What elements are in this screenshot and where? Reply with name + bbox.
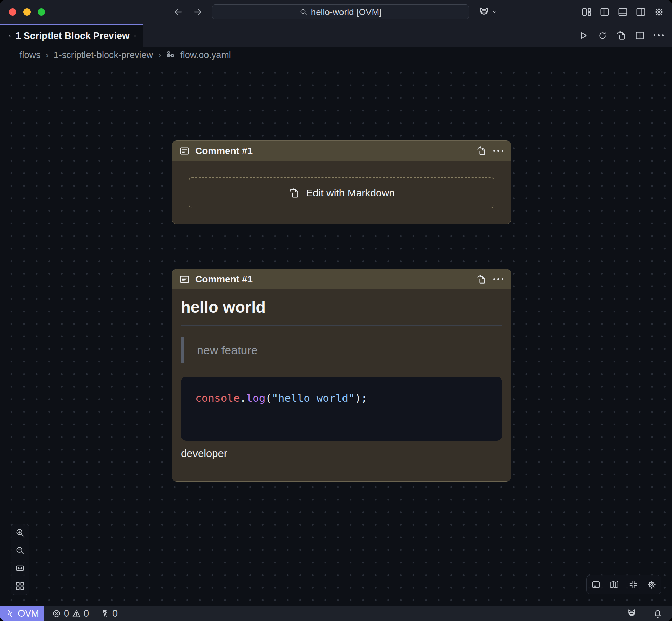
chevron-down-icon xyxy=(492,9,498,15)
settings-gear-icon[interactable] xyxy=(654,6,664,17)
cat-assistant-icon[interactable] xyxy=(626,608,637,619)
code-line: console.log("hello world"); xyxy=(195,392,367,404)
markdown-blockquote: new feature xyxy=(181,337,502,363)
status-bar: OVM 0 0 0 xyxy=(0,606,672,621)
comment-node-rendered[interactable]: Comment #1 hello world new feature conso… xyxy=(172,269,511,482)
tab-strip: 1 Scriptlet Block Preview xyxy=(0,24,672,47)
comment-node-empty[interactable]: Comment #1 Edit with Markdown xyxy=(172,140,511,224)
comment-node-title: Comment #1 xyxy=(195,146,253,156)
navigate-back-icon[interactable] xyxy=(173,6,184,17)
run-flow-icon[interactable] xyxy=(578,30,589,41)
comment-node-header[interactable]: Comment #1 xyxy=(172,269,511,289)
remote-icon xyxy=(5,609,14,618)
comment-node-title: Comment #1 xyxy=(195,274,253,285)
canvas-view-toolbar xyxy=(586,575,661,594)
comment-node-header[interactable]: Comment #1 xyxy=(172,141,511,161)
remote-label: OVM xyxy=(18,608,39,619)
markdown-code-block: console.log("hello world"); xyxy=(181,377,502,441)
radio-tower-icon xyxy=(100,609,110,618)
edit-with-markdown-label: Edit with Markdown xyxy=(306,187,395,199)
console-panel-icon[interactable] xyxy=(591,580,601,590)
tab-close-icon[interactable] xyxy=(134,31,136,40)
breadcrumb-item-flows[interactable]: flows xyxy=(19,50,41,60)
command-center-search[interactable]: hello-world [OVM] xyxy=(212,4,469,19)
notifications-bell-icon[interactable] xyxy=(652,608,663,619)
restart-icon[interactable] xyxy=(597,30,607,41)
warning-count: 0 xyxy=(84,608,89,619)
sync-markdown-icon[interactable] xyxy=(476,146,486,156)
collapse-view-icon[interactable] xyxy=(628,580,638,590)
fit-width-icon[interactable] xyxy=(15,563,25,573)
breadcrumb: flows › 1-scriptlet-block-preview › flow… xyxy=(0,47,672,63)
comment-icon xyxy=(179,146,190,156)
toggle-secondary-sidebar-icon[interactable] xyxy=(635,6,646,17)
customize-layout-icon[interactable] xyxy=(581,6,592,17)
navigate-forward-icon[interactable] xyxy=(192,6,203,17)
flow-file-icon xyxy=(9,31,11,41)
markdown-doc-icon xyxy=(288,187,300,199)
node-more-actions-icon[interactable] xyxy=(493,150,504,152)
assistant-menu[interactable] xyxy=(478,6,498,18)
app-window: hello-world [OVM] 1 Scriptlet Block Prev… xyxy=(0,0,672,621)
comment-icon xyxy=(179,274,190,285)
breadcrumb-separator: › xyxy=(46,50,49,60)
split-editor-icon[interactable] xyxy=(635,30,645,41)
close-window-button[interactable] xyxy=(9,8,16,16)
canvas-settings-icon[interactable] xyxy=(647,580,657,590)
flow-canvas[interactable]: Comment #1 Edit with Markdown Comment #1 xyxy=(0,63,672,606)
open-preview-icon[interactable] xyxy=(616,30,626,41)
edit-with-markdown-button[interactable]: Edit with Markdown xyxy=(189,177,494,208)
zoom-in-icon[interactable] xyxy=(15,528,25,538)
minimap-icon[interactable] xyxy=(609,580,619,590)
comment-node-body: Edit with Markdown xyxy=(172,161,511,224)
ports-count: 0 xyxy=(112,608,118,619)
minimize-window-button[interactable] xyxy=(23,8,31,16)
markdown-heading: hello world xyxy=(181,298,502,317)
title-bar: hello-world [OVM] xyxy=(0,0,672,24)
canvas-zoom-toolbar xyxy=(11,524,29,595)
ports-indicator[interactable]: 0 xyxy=(100,608,118,619)
zoom-out-icon[interactable] xyxy=(15,546,25,555)
cat-assistant-icon xyxy=(478,6,490,18)
breadcrumb-item-folder[interactable]: 1-scriptlet-block-preview xyxy=(54,50,153,60)
breadcrumb-separator: › xyxy=(158,50,161,60)
tab-label: 1 Scriptlet Block Preview xyxy=(16,30,130,41)
more-actions-icon[interactable] xyxy=(654,34,664,37)
toggle-primary-sidebar-icon[interactable] xyxy=(599,6,610,17)
problems-indicator[interactable]: 0 0 xyxy=(52,608,89,619)
markdown-divider xyxy=(181,325,502,326)
search-value: hello-world [OVM] xyxy=(311,7,382,17)
toggle-panel-icon[interactable] xyxy=(617,6,628,17)
search-icon xyxy=(299,8,308,16)
flow-file-icon xyxy=(166,51,175,59)
error-count: 0 xyxy=(64,608,69,619)
warning-icon xyxy=(72,609,81,618)
node-more-actions-icon[interactable] xyxy=(493,278,504,280)
zoom-window-button[interactable] xyxy=(38,8,45,16)
breadcrumb-item-file[interactable]: flow.oo.yaml xyxy=(180,50,231,60)
tab-scriptlet-block-preview[interactable]: 1 Scriptlet Block Preview xyxy=(0,24,143,47)
comment-node-body: hello world new feature console.log("hel… xyxy=(172,289,511,460)
remote-indicator[interactable]: OVM xyxy=(0,606,44,621)
markdown-author-text: developer xyxy=(181,447,502,460)
error-icon xyxy=(52,609,61,618)
traffic-lights xyxy=(9,8,45,16)
sync-markdown-icon[interactable] xyxy=(476,274,486,285)
blockquote-text: new feature xyxy=(197,344,258,357)
auto-layout-icon[interactable] xyxy=(15,581,25,591)
